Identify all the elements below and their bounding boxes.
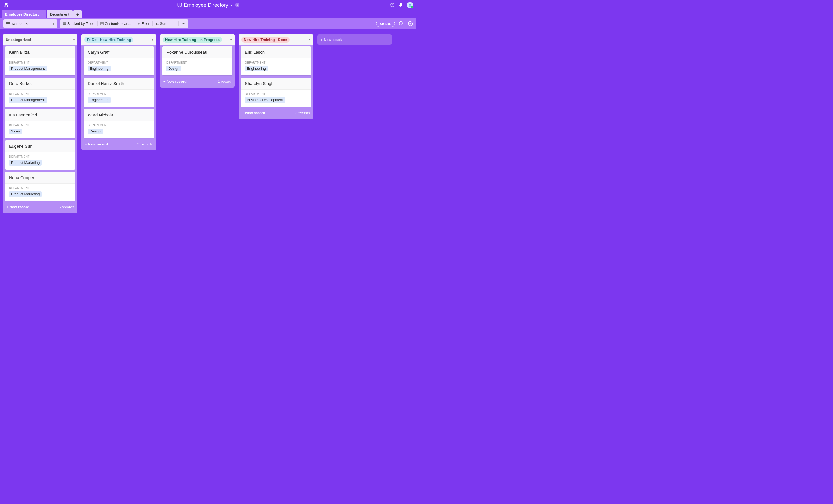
department-chip: Engineering <box>245 66 268 72</box>
card-title: Caryn Graff <box>84 46 154 58</box>
department-chip: Sales <box>9 129 22 134</box>
record-count: 5 records <box>59 205 74 209</box>
record-card[interactable]: Dora BurketDEPARTMENTProduct Management <box>5 78 75 107</box>
record-card[interactable]: Caryn GraffDEPARTMENTEngineering <box>84 46 154 75</box>
app-logo-icon[interactable] <box>3 2 9 8</box>
card-body: DEPARTMENTProduct Management <box>5 58 75 75</box>
stack-footer: + New record2 records <box>240 108 312 119</box>
view-options: Stacked by To do Customize cards Filter … <box>60 20 188 28</box>
department-chip: Product Management <box>9 97 47 103</box>
card-body: DEPARTMENTSales <box>5 121 75 138</box>
stack-cards: Caryn GraffDEPARTMENTEngineeringDaniel H… <box>82 46 155 139</box>
field-label: DEPARTMENT <box>88 92 150 96</box>
record-count: 2 records <box>295 111 310 115</box>
department-chip: Design <box>88 129 103 134</box>
svg-point-2 <box>409 4 411 5</box>
stack-cards: Erik LaschDEPARTMENTEngineeringSharolyn … <box>240 46 312 108</box>
stack-header[interactable]: Uncategorized▾ <box>3 34 77 45</box>
stack-header[interactable]: New Hire Training - In Progress▾ <box>160 34 235 45</box>
record-card[interactable]: Eugene SunDEPARTMENTProduct Marketing <box>5 141 75 170</box>
bell-icon[interactable] <box>398 3 403 7</box>
tab-employee-directory[interactable]: Employee Directory ▾ <box>2 10 46 18</box>
stack-footer: + New record5 records <box>4 202 76 213</box>
search-icon[interactable] <box>398 21 404 27</box>
record-card[interactable]: Daniel Hantz-SmithDEPARTMENTEngineering <box>84 78 154 107</box>
plus-icon: + <box>76 12 79 17</box>
share-icon-button[interactable] <box>169 20 178 28</box>
new-record-button[interactable]: + New record <box>85 142 108 146</box>
stack-cards: Roxanne DurousseauDEPARTMENTDesign <box>161 46 234 77</box>
field-label: DEPARTMENT <box>9 186 71 190</box>
stack-title: To Do - New Hire Training <box>84 37 133 43</box>
stack-footer: + New record3 records <box>82 139 155 150</box>
customize-label: Customize cards <box>105 22 131 26</box>
base-title[interactable]: Employee Directory ▾ i <box>60 2 357 8</box>
record-count: 3 records <box>137 142 153 146</box>
record-card[interactable]: Neha CooperDEPARTMENTProduct Marketing <box>5 172 75 201</box>
field-label: DEPARTMENT <box>166 61 229 64</box>
new-record-button[interactable]: + New record <box>6 205 29 209</box>
card-title: Sharolyn Singh <box>241 78 311 90</box>
card-body: DEPARTMENTEngineering <box>84 90 154 107</box>
kanban-stack: New Hire Training - In Progress▾Roxanne … <box>160 34 235 87</box>
card-body: DEPARTMENTDesign <box>84 121 154 138</box>
field-label: DEPARTMENT <box>9 92 71 96</box>
stacked-by-label: Stacked by To do <box>67 22 94 26</box>
tab-label: Department <box>50 12 69 17</box>
kanban-stack: To Do - New Hire Training▾Caryn GraffDEP… <box>81 34 156 150</box>
chevron-down-icon[interactable]: ▾ <box>309 38 310 41</box>
help-icon[interactable]: ? <box>390 3 395 7</box>
stack-header[interactable]: To Do - New Hire Training▾ <box>81 34 156 45</box>
card-title: Erik Lasch <box>241 46 311 58</box>
record-card[interactable]: Ina LangenfeldDEPARTMENTSales <box>5 109 75 138</box>
svg-rect-4 <box>6 23 9 24</box>
history-icon[interactable] <box>407 21 413 27</box>
svg-point-13 <box>185 23 186 24</box>
new-stack-button[interactable]: + New stack <box>317 34 392 45</box>
stack-cards: Keith BirzaDEPARTMENTProduct ManagementD… <box>4 46 76 202</box>
field-label: DEPARTMENT <box>245 92 307 96</box>
card-body: DEPARTMENTEngineering <box>84 58 154 75</box>
field-label: DEPARTMENT <box>88 61 150 64</box>
stack-title: Uncategorized <box>6 37 33 43</box>
record-card[interactable]: Roxanne DurousseauDEPARTMENTDesign <box>162 46 233 75</box>
share-button[interactable]: SHARE <box>376 21 395 27</box>
department-chip: Design <box>166 66 181 72</box>
record-card[interactable]: Erik LaschDEPARTMENTEngineering <box>241 46 311 75</box>
tab-department[interactable]: Department <box>47 10 73 18</box>
card-title: Ina Langenfeld <box>5 109 75 121</box>
card-body: DEPARTMENTBusiness Development <box>241 90 311 107</box>
svg-point-14 <box>399 22 403 25</box>
record-card[interactable]: Sharolyn SinghDEPARTMENTBusiness Develop… <box>241 78 311 107</box>
chevron-down-icon[interactable]: ▾ <box>231 38 232 41</box>
view-toolbar: Kanban 6 ▾ Stacked by To do Customize ca… <box>0 18 416 29</box>
stack-header[interactable]: New Hire Training - Done▾ <box>239 34 313 45</box>
chevron-down-icon[interactable]: ▾ <box>73 38 75 41</box>
filter-button[interactable]: Filter <box>134 20 152 28</box>
more-options-button[interactable] <box>179 20 188 28</box>
new-record-button[interactable]: + New record <box>163 79 187 84</box>
record-card[interactable]: Ward NicholsDEPARTMENTDesign <box>84 109 154 138</box>
card-body: DEPARTMENTProduct Marketing <box>5 184 75 201</box>
field-label: DEPARTMENT <box>9 124 71 127</box>
info-icon[interactable]: i <box>235 3 239 7</box>
svg-rect-7 <box>63 23 66 24</box>
svg-rect-9 <box>101 22 103 25</box>
stacked-by-button[interactable]: Stacked by To do <box>60 20 97 28</box>
department-chip: Product Marketing <box>9 160 42 166</box>
department-chip: Engineering <box>88 66 111 72</box>
kanban-stack: New Hire Training - Done▾Erik LaschDEPAR… <box>239 34 313 119</box>
card-title: Ward Nichols <box>84 109 154 121</box>
chevron-down-icon[interactable]: ▾ <box>152 38 153 41</box>
sort-button[interactable]: Sort <box>153 20 169 28</box>
view-picker[interactable]: Kanban 6 ▾ <box>3 20 57 28</box>
stack-title: New Hire Training - In Progress <box>163 37 222 43</box>
new-record-button[interactable]: + New record <box>242 111 265 115</box>
field-label: DEPARTMENT <box>9 155 71 158</box>
add-table-button[interactable]: + <box>73 10 82 18</box>
avatar[interactable] <box>407 2 413 8</box>
chevron-down-icon: ▾ <box>53 22 54 25</box>
menu-icon <box>6 22 9 25</box>
record-card[interactable]: Keith BirzaDEPARTMENTProduct Management <box>5 46 75 75</box>
customize-cards-button[interactable]: Customize cards <box>98 20 134 28</box>
